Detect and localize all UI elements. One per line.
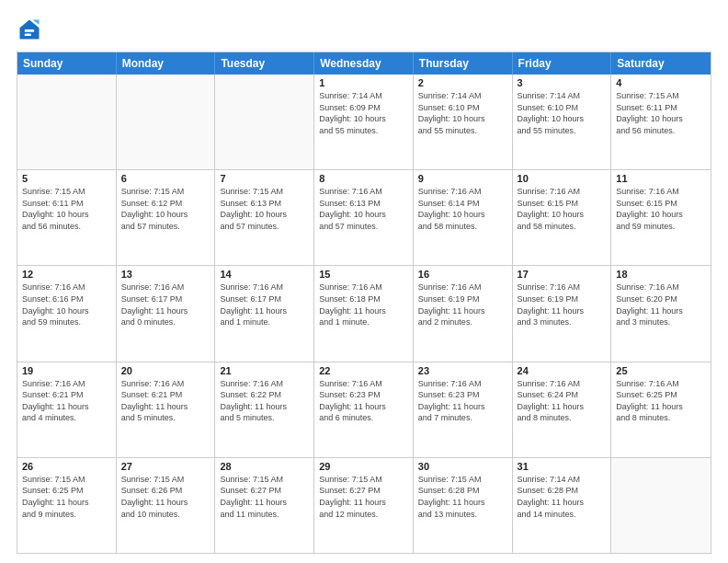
day-number: 21 — [220, 365, 309, 376]
calendar-header: SundayMondayTuesdayWednesdayThursdayFrid… — [17, 52, 711, 75]
day-cell-8: 8Sunrise: 7:16 AM Sunset: 6:13 PM Daylig… — [314, 170, 414, 265]
day-info: Sunrise: 7:16 AM Sunset: 6:13 PM Dayligh… — [319, 186, 408, 232]
calendar-row-0: 1Sunrise: 7:14 AM Sunset: 6:09 PM Daylig… — [17, 75, 711, 169]
day-number: 31 — [518, 461, 607, 472]
day-number: 29 — [319, 461, 408, 472]
day-cell-20: 20Sunrise: 7:16 AM Sunset: 6:21 PM Dayli… — [117, 362, 216, 457]
day-cell-13: 13Sunrise: 7:16 AM Sunset: 6:17 PM Dayli… — [117, 266, 216, 361]
day-number: 2 — [418, 77, 507, 88]
calendar-body: 1Sunrise: 7:14 AM Sunset: 6:09 PM Daylig… — [17, 75, 711, 553]
day-info: Sunrise: 7:16 AM Sunset: 6:19 PM Dayligh… — [418, 282, 507, 327]
day-number: 15 — [319, 269, 408, 280]
day-cell-9: 9Sunrise: 7:16 AM Sunset: 6:14 PM Daylig… — [414, 170, 513, 265]
day-cell-1: 1Sunrise: 7:14 AM Sunset: 6:09 PM Daylig… — [314, 75, 414, 169]
day-cell-28: 28Sunrise: 7:15 AM Sunset: 6:27 PM Dayli… — [215, 458, 314, 553]
day-number: 9 — [418, 173, 507, 184]
day-number: 8 — [319, 173, 408, 184]
day-info: Sunrise: 7:16 AM Sunset: 6:17 PM Dayligh… — [220, 282, 309, 327]
empty-cell-0-2 — [215, 75, 314, 169]
day-cell-26: 26Sunrise: 7:15 AM Sunset: 6:25 PM Dayli… — [17, 458, 117, 553]
day-number: 4 — [616, 77, 706, 88]
day-cell-27: 27Sunrise: 7:15 AM Sunset: 6:26 PM Dayli… — [117, 458, 216, 553]
day-cell-31: 31Sunrise: 7:14 AM Sunset: 6:28 PM Dayli… — [513, 458, 612, 553]
day-cell-29: 29Sunrise: 7:15 AM Sunset: 6:27 PM Dayli… — [314, 458, 414, 553]
day-info: Sunrise: 7:15 AM Sunset: 6:11 PM Dayligh… — [22, 186, 111, 232]
day-info: Sunrise: 7:16 AM Sunset: 6:22 PM Dayligh… — [220, 378, 309, 424]
day-cell-18: 18Sunrise: 7:16 AM Sunset: 6:20 PM Dayli… — [611, 266, 711, 361]
day-number: 11 — [616, 173, 706, 184]
day-info: Sunrise: 7:15 AM Sunset: 6:27 PM Dayligh… — [319, 474, 408, 520]
calendar-row-4: 26Sunrise: 7:15 AM Sunset: 6:25 PM Dayli… — [17, 457, 711, 553]
day-info: Sunrise: 7:15 AM Sunset: 6:11 PM Dayligh… — [616, 90, 706, 136]
day-cell-25: 25Sunrise: 7:16 AM Sunset: 6:25 PM Dayli… — [611, 362, 711, 457]
day-number: 20 — [121, 365, 210, 376]
empty-cell-0-1 — [117, 75, 216, 169]
weekday-header-saturday: Saturday — [611, 52, 711, 75]
day-info: Sunrise: 7:14 AM Sunset: 6:09 PM Dayligh… — [319, 90, 408, 136]
day-info: Sunrise: 7:14 AM Sunset: 6:28 PM Dayligh… — [518, 474, 607, 520]
day-number: 3 — [518, 77, 607, 88]
day-info: Sunrise: 7:16 AM Sunset: 6:20 PM Dayligh… — [616, 282, 706, 327]
svg-rect-3 — [25, 33, 31, 36]
day-cell-7: 7Sunrise: 7:15 AM Sunset: 6:13 PM Daylig… — [215, 170, 314, 265]
calendar-page: SundayMondayTuesdayWednesdayThursdayFrid… — [0, 0, 728, 563]
logo-icon — [17, 17, 42, 42]
header — [17, 17, 711, 42]
day-info: Sunrise: 7:15 AM Sunset: 6:26 PM Dayligh… — [121, 474, 210, 520]
weekday-header-sunday: Sunday — [17, 52, 117, 75]
day-cell-6: 6Sunrise: 7:15 AM Sunset: 6:12 PM Daylig… — [117, 170, 216, 265]
day-number: 16 — [418, 269, 507, 280]
day-info: Sunrise: 7:16 AM Sunset: 6:17 PM Dayligh… — [121, 282, 210, 327]
day-number: 10 — [518, 173, 607, 184]
svg-rect-2 — [25, 29, 35, 32]
day-info: Sunrise: 7:16 AM Sunset: 6:21 PM Dayligh… — [22, 378, 111, 424]
day-info: Sunrise: 7:16 AM Sunset: 6:14 PM Dayligh… — [418, 186, 507, 232]
day-cell-30: 30Sunrise: 7:15 AM Sunset: 6:28 PM Dayli… — [414, 458, 513, 553]
day-number: 5 — [22, 173, 111, 184]
day-number: 1 — [319, 77, 408, 88]
day-cell-14: 14Sunrise: 7:16 AM Sunset: 6:17 PM Dayli… — [215, 266, 314, 361]
day-number: 25 — [616, 365, 706, 376]
day-cell-11: 11Sunrise: 7:16 AM Sunset: 6:15 PM Dayli… — [611, 170, 711, 265]
day-cell-17: 17Sunrise: 7:16 AM Sunset: 6:19 PM Dayli… — [513, 266, 612, 361]
day-cell-21: 21Sunrise: 7:16 AM Sunset: 6:22 PM Dayli… — [215, 362, 314, 457]
day-number: 27 — [121, 461, 210, 472]
day-number: 17 — [518, 269, 607, 280]
day-number: 12 — [22, 269, 111, 280]
day-info: Sunrise: 7:15 AM Sunset: 6:25 PM Dayligh… — [22, 474, 111, 520]
day-info: Sunrise: 7:16 AM Sunset: 6:21 PM Dayligh… — [121, 378, 210, 424]
day-number: 18 — [616, 269, 706, 280]
day-cell-2: 2Sunrise: 7:14 AM Sunset: 6:10 PM Daylig… — [414, 75, 513, 169]
day-cell-23: 23Sunrise: 7:16 AM Sunset: 6:23 PM Dayli… — [414, 362, 513, 457]
weekday-header-monday: Monday — [117, 52, 216, 75]
calendar-row-2: 12Sunrise: 7:16 AM Sunset: 6:16 PM Dayli… — [17, 265, 711, 361]
day-info: Sunrise: 7:14 AM Sunset: 6:10 PM Dayligh… — [518, 90, 607, 136]
day-number: 30 — [418, 461, 507, 472]
day-info: Sunrise: 7:15 AM Sunset: 6:28 PM Dayligh… — [418, 474, 507, 520]
calendar: SundayMondayTuesdayWednesdayThursdayFrid… — [17, 52, 711, 554]
day-number: 28 — [220, 461, 309, 472]
day-info: Sunrise: 7:15 AM Sunset: 6:27 PM Dayligh… — [220, 474, 309, 520]
day-info: Sunrise: 7:14 AM Sunset: 6:10 PM Dayligh… — [418, 90, 507, 136]
day-info: Sunrise: 7:16 AM Sunset: 6:15 PM Dayligh… — [518, 186, 607, 232]
calendar-row-1: 5Sunrise: 7:15 AM Sunset: 6:11 PM Daylig… — [17, 169, 711, 265]
day-cell-24: 24Sunrise: 7:16 AM Sunset: 6:24 PM Dayli… — [513, 362, 612, 457]
day-cell-19: 19Sunrise: 7:16 AM Sunset: 6:21 PM Dayli… — [17, 362, 117, 457]
day-number: 6 — [121, 173, 210, 184]
day-info: Sunrise: 7:16 AM Sunset: 6:16 PM Dayligh… — [22, 282, 111, 327]
weekday-header-thursday: Thursday — [414, 52, 513, 75]
day-cell-5: 5Sunrise: 7:15 AM Sunset: 6:11 PM Daylig… — [17, 170, 117, 265]
day-info: Sunrise: 7:15 AM Sunset: 6:12 PM Dayligh… — [121, 186, 210, 232]
day-number: 26 — [22, 461, 111, 472]
day-number: 23 — [418, 365, 507, 376]
day-info: Sunrise: 7:15 AM Sunset: 6:13 PM Dayligh… — [220, 186, 309, 232]
weekday-header-friday: Friday — [513, 52, 612, 75]
day-number: 22 — [319, 365, 408, 376]
day-cell-15: 15Sunrise: 7:16 AM Sunset: 6:18 PM Dayli… — [314, 266, 414, 361]
day-number: 7 — [220, 173, 309, 184]
weekday-header-tuesday: Tuesday — [215, 52, 314, 75]
day-cell-3: 3Sunrise: 7:14 AM Sunset: 6:10 PM Daylig… — [513, 75, 612, 169]
day-info: Sunrise: 7:16 AM Sunset: 6:25 PM Dayligh… — [616, 378, 706, 424]
day-number: 19 — [22, 365, 111, 376]
day-cell-16: 16Sunrise: 7:16 AM Sunset: 6:19 PM Dayli… — [414, 266, 513, 361]
